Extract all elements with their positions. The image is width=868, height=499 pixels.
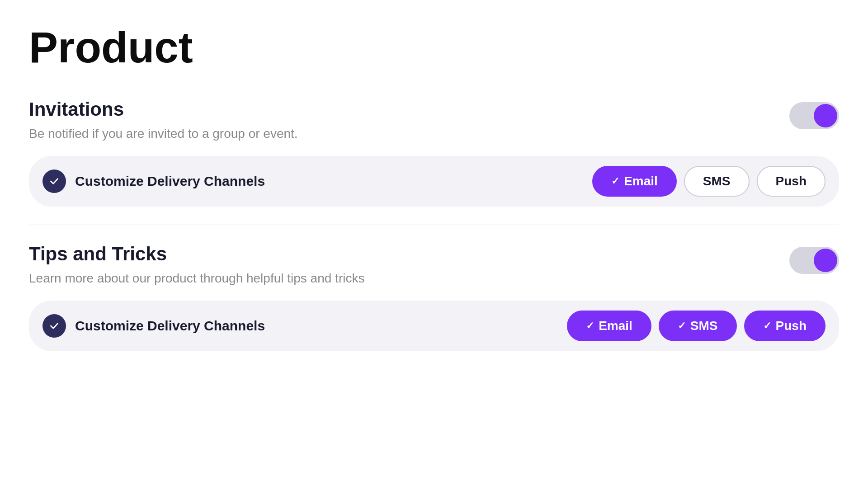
section-title-tips-and-tricks: Tips and Tricks	[29, 243, 789, 265]
checkbox-tips-and-tricks[interactable]	[42, 314, 66, 338]
check-icon: ✓	[586, 320, 594, 332]
delivery-row-tips-and-tricks: Customize Delivery Channels✓Email✓SMS✓Pu…	[29, 301, 839, 351]
channel-btn-tips-and-tricks-email[interactable]: ✓Email	[567, 311, 651, 341]
channel-btn-tips-and-tricks-push[interactable]: ✓Push	[744, 311, 826, 341]
channel-btn-invitations-push[interactable]: Push	[757, 166, 826, 197]
toggle-tips-and-tricks[interactable]	[789, 247, 839, 274]
section-tips-and-tricks: Tips and TricksLearn more about our prod…	[29, 243, 839, 351]
check-icon: ✓	[611, 175, 619, 187]
check-icon: ✓	[763, 320, 771, 332]
channel-btn-invitations-sms[interactable]: SMS	[684, 166, 750, 197]
customize-label-tips-and-tricks: Customize Delivery Channels	[75, 318, 265, 334]
channel-btn-tips-and-tricks-sms[interactable]: ✓SMS	[659, 311, 737, 341]
section-desc-invitations: Be notified if you are invited to a grou…	[29, 125, 382, 142]
delivery-row-invitations: Customize Delivery Channels✓EmailSMSPush	[29, 156, 839, 207]
channel-btn-invitations-email[interactable]: ✓Email	[592, 166, 677, 197]
section-divider	[29, 225, 839, 225]
toggle-invitations[interactable]	[789, 102, 839, 129]
page-title: Product	[29, 24, 839, 71]
section-invitations: InvitationsBe notified if you are invite…	[29, 99, 839, 207]
section-title-invitations: Invitations	[29, 99, 789, 120]
check-icon: ✓	[678, 320, 686, 332]
section-desc-tips-and-tricks: Learn more about our product through hel…	[29, 269, 382, 287]
customize-label-invitations: Customize Delivery Channels	[75, 174, 265, 189]
checkbox-invitations[interactable]	[42, 169, 66, 193]
